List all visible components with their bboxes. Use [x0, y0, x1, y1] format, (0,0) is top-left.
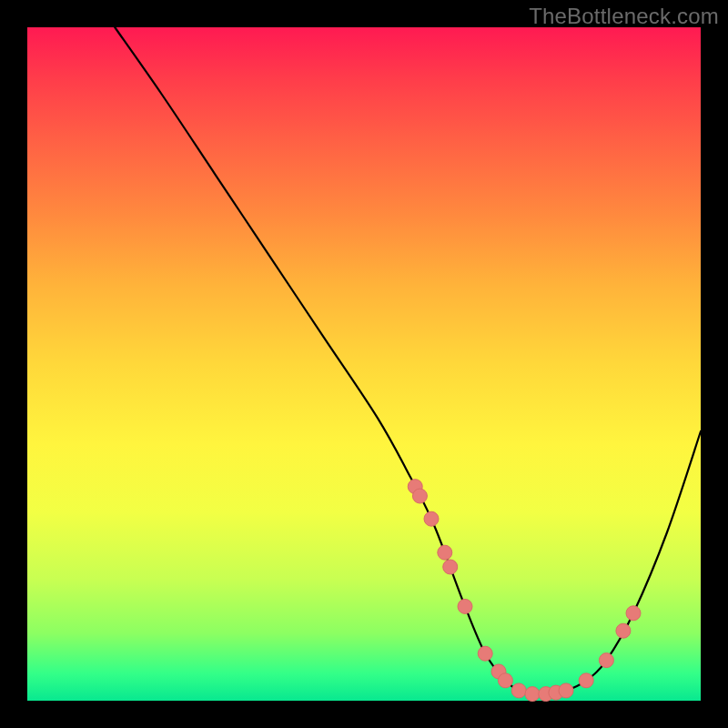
curve-layer: [27, 27, 701, 701]
curve-marker: [599, 653, 613, 668]
curve-marker: [438, 545, 452, 560]
curve-marker: [458, 599, 472, 613]
curve-marker: [412, 489, 427, 503]
curve-marker: [478, 646, 492, 661]
plot-area: [27, 27, 701, 701]
curve-marker: [525, 687, 540, 702]
curve-marker: [559, 683, 573, 698]
chart-frame: TheBottleneck.com: [0, 0, 728, 728]
curve-marker: [424, 511, 439, 526]
curve-marker: [443, 560, 458, 574]
watermark-text: TheBottleneck.com: [529, 4, 719, 29]
curve-markers: [408, 480, 641, 702]
bottleneck-curve: [115, 27, 701, 694]
curve-marker: [511, 683, 526, 698]
curve-marker: [498, 673, 512, 688]
curve-marker: [616, 623, 631, 638]
curve-marker: [579, 673, 593, 688]
curve-marker: [626, 606, 641, 621]
